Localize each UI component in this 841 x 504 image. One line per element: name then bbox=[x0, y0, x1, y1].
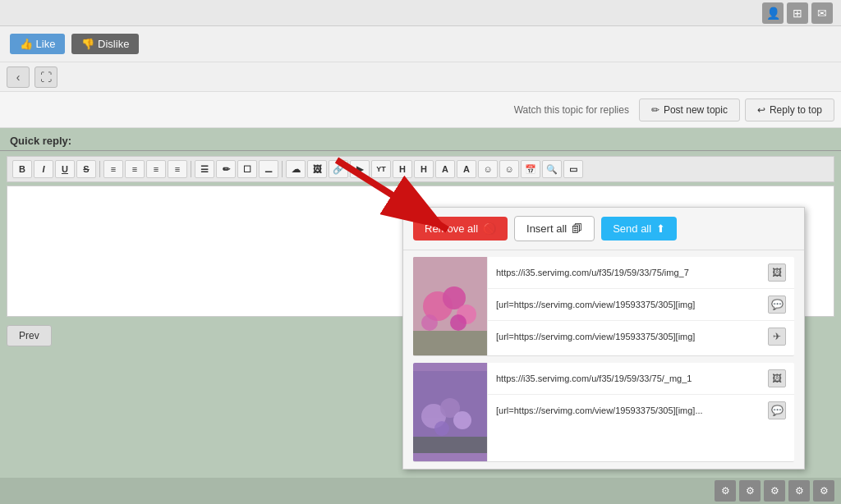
image-item-1: https://i35.servimg.com/u/f35/19/59/33/7… bbox=[413, 257, 794, 356]
send-icon: ⬆ bbox=[656, 222, 665, 235]
thumbnail-2 bbox=[413, 363, 487, 461]
bottom-icon-3[interactable]: ⚙ bbox=[764, 480, 785, 502]
image-rows-2: https://i35.servimg.com/u/f35/19/59/33/7… bbox=[487, 363, 794, 461]
grid-icon[interactable]: ⊞ bbox=[787, 2, 808, 24]
image-url-2-1: https://i35.servimg.com/u/f35/19/59/33/7… bbox=[496, 373, 763, 383]
bottom-icon-1[interactable]: ⚙ bbox=[715, 480, 736, 502]
svg-rect-14 bbox=[413, 437, 487, 453]
action-bar: Watch this topic for replies ✏ Post new … bbox=[0, 92, 841, 128]
image-url-1-1: https://i35.servimg.com/u/f35/19/59/33/7… bbox=[496, 268, 763, 277]
heading1-button[interactable]: H bbox=[393, 160, 412, 178]
image-url-2-2: [url=https://servimg.com/view/19593375/3… bbox=[496, 405, 763, 415]
thumbnail-1 bbox=[413, 257, 487, 355]
image-rows-1: https://i35.servimg.com/u/f35/19/59/33/7… bbox=[487, 257, 794, 355]
image-icon-2-1[interactable]: 🖼 bbox=[768, 369, 786, 387]
popup-content[interactable]: https://i35.servimg.com/u/f35/19/59/33/7… bbox=[403, 250, 804, 469]
popup-panel: Remove all 🚫 Insert all 🗐 Send all ⬆ bbox=[402, 207, 805, 470]
svg-point-7 bbox=[450, 314, 466, 331]
bottom-icon-2[interactable]: ⚙ bbox=[739, 480, 761, 502]
align-right-button[interactable]: ≡ bbox=[146, 160, 166, 178]
back-button[interactable]: ‹ bbox=[7, 66, 30, 88]
box-button[interactable]: ☐ bbox=[237, 160, 257, 178]
image-button[interactable]: 🖼 bbox=[307, 160, 327, 178]
insert-all-button[interactable]: Insert all 🗐 bbox=[514, 216, 595, 241]
emoji1-button[interactable]: ☺ bbox=[478, 160, 498, 178]
like-button[interactable]: 👍 Like bbox=[10, 34, 65, 54]
comment-icon-1-2[interactable]: 💬 bbox=[768, 296, 786, 314]
underline-button[interactable]: U bbox=[55, 160, 75, 178]
bottom-bar: ⚙ ⚙ ⚙ ⚙ ⚙ bbox=[0, 478, 841, 504]
align-left-button[interactable]: ≡ bbox=[103, 160, 123, 178]
editor-toolbar: B I U S ≡ ≡ ≡ ≡ ☰ ✏ ☐ ⚊ ☁ 🖼 🔗 ▶ YT H H A… bbox=[7, 156, 834, 182]
reply-icon: ↩ bbox=[757, 104, 765, 116]
edit-button[interactable]: ✏ bbox=[216, 160, 236, 178]
separator-3 bbox=[282, 161, 283, 177]
italic-button[interactable]: I bbox=[34, 160, 53, 178]
heading2-button[interactable]: H bbox=[414, 160, 434, 178]
svg-point-13 bbox=[434, 421, 449, 436]
separator bbox=[99, 161, 100, 177]
quote-button[interactable]: ☰ bbox=[195, 160, 214, 178]
bottom-icon-5[interactable]: ⚙ bbox=[813, 480, 834, 502]
separator-2 bbox=[191, 161, 191, 177]
send-all-button[interactable]: Send all ⬆ bbox=[601, 217, 677, 241]
preview-button[interactable]: Prev bbox=[7, 325, 52, 346]
insert-icon: 🗐 bbox=[572, 222, 582, 235]
dislike-button[interactable]: 👎 Dislike bbox=[71, 34, 139, 54]
image-row-2-2[interactable]: [url=https://servimg.com/view/19593375/3… bbox=[488, 395, 794, 426]
like-bar: 👍 Like 👎 Dislike bbox=[0, 26, 841, 62]
send-icon-1-3[interactable]: ✈ bbox=[768, 328, 786, 346]
post-new-topic-button[interactable]: ✏ Post new topic bbox=[639, 99, 740, 121]
align-justify-button[interactable]: ≡ bbox=[168, 160, 187, 178]
email-icon[interactable]: ✉ bbox=[811, 2, 833, 24]
watch-topic-link[interactable]: Watch this topic for replies bbox=[514, 104, 629, 116]
hr-button[interactable]: ⚊ bbox=[259, 160, 278, 178]
image-url-1-2: [url=https://servimg.com/view/19593375/3… bbox=[496, 300, 763, 309]
align-center-button[interactable]: ≡ bbox=[125, 160, 145, 178]
popup-header: Remove all 🚫 Insert all 🗐 Send all ⬆ bbox=[403, 208, 804, 250]
quick-reply-label: Quick reply: bbox=[0, 128, 841, 150]
comment-icon-2-2[interactable]: 💬 bbox=[768, 401, 786, 419]
svg-rect-8 bbox=[413, 331, 487, 355]
search-button[interactable]: 🔍 bbox=[542, 160, 562, 178]
nav-bar: ‹ ⛶ bbox=[0, 62, 841, 92]
image-row-2-1[interactable]: https://i35.servimg.com/u/f35/19/59/33/7… bbox=[488, 363, 794, 395]
svg-point-6 bbox=[421, 314, 438, 331]
bold-button[interactable]: B bbox=[12, 160, 32, 178]
image-row-1-2[interactable]: [url=https://servimg.com/view/19593375/3… bbox=[488, 289, 794, 321]
font-bg-button[interactable]: A bbox=[457, 160, 476, 178]
pencil-icon: ✏ bbox=[651, 104, 659, 116]
emoji2-button[interactable]: ☺ bbox=[499, 160, 519, 178]
layout-button[interactable]: ▭ bbox=[563, 160, 583, 178]
video-button[interactable]: ▶ bbox=[350, 160, 370, 178]
svg-point-12 bbox=[453, 411, 471, 429]
divider bbox=[0, 150, 841, 151]
reply-to-top-button[interactable]: ↩ Reply to top bbox=[745, 99, 834, 121]
calendar-button[interactable]: 📅 bbox=[521, 160, 540, 178]
expand-button[interactable]: ⛶ bbox=[34, 66, 57, 88]
image-row-1-3[interactable]: [url=https://servimg.com/view/19593375/3… bbox=[488, 321, 794, 352]
image-icon-1-1[interactable]: 🖼 bbox=[768, 263, 786, 282]
image-row-1-1[interactable]: https://i35.servimg.com/u/f35/19/59/33/7… bbox=[488, 257, 794, 289]
youtube-button[interactable]: YT bbox=[371, 160, 391, 178]
remove-icon: 🚫 bbox=[483, 222, 496, 235]
image-item-2: https://i35.servimg.com/u/f35/19/59/33/7… bbox=[413, 363, 794, 462]
user-icon[interactable]: 👤 bbox=[762, 2, 784, 24]
remove-all-button[interactable]: Remove all 🚫 bbox=[413, 217, 508, 241]
bottom-icon-4[interactable]: ⚙ bbox=[788, 480, 810, 502]
image-url-1-3: [url=https://servimg.com/view/19593375/3… bbox=[496, 332, 763, 341]
link-button[interactable]: 🔗 bbox=[329, 160, 348, 178]
font-color-button[interactable]: A bbox=[435, 160, 455, 178]
smilies-button[interactable]: ☁ bbox=[286, 160, 306, 178]
strikethrough-button[interactable]: S bbox=[76, 160, 96, 178]
top-bar: 👤 ⊞ ✉ bbox=[0, 0, 841, 26]
